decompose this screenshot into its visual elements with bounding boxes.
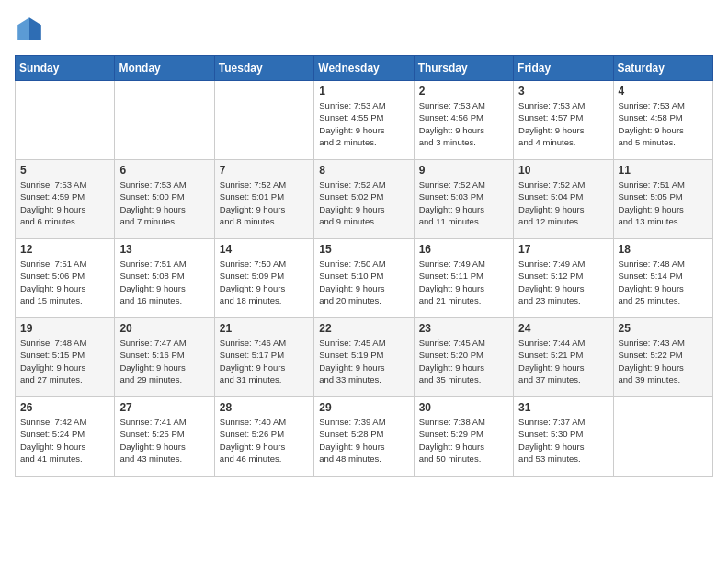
day-number: 3 <box>518 85 608 98</box>
day-number: 14 <box>220 243 309 256</box>
calendar-cell: 21Sunrise: 7:46 AM Sunset: 5:17 PM Dayli… <box>214 318 313 397</box>
day-number: 10 <box>518 164 608 177</box>
calendar-week-row: 12Sunrise: 7:51 AM Sunset: 5:06 PM Dayli… <box>16 239 713 318</box>
day-info: Sunrise: 7:45 AM Sunset: 5:19 PM Dayligh… <box>319 337 408 385</box>
weekday-header: Monday <box>115 56 214 81</box>
day-info: Sunrise: 7:49 AM Sunset: 5:11 PM Dayligh… <box>419 258 508 306</box>
calendar-cell: 7Sunrise: 7:52 AM Sunset: 5:01 PM Daylig… <box>214 160 313 239</box>
day-number: 28 <box>220 401 309 414</box>
day-number: 31 <box>518 401 608 414</box>
day-info: Sunrise: 7:53 AM Sunset: 5:00 PM Dayligh… <box>119 178 209 227</box>
day-number: 23 <box>419 322 508 335</box>
calendar-cell: 3Sunrise: 7:53 AM Sunset: 4:57 PM Daylig… <box>514 81 613 160</box>
day-number: 26 <box>20 401 109 414</box>
calendar-cell: 20Sunrise: 7:47 AM Sunset: 5:16 PM Dayli… <box>115 318 214 397</box>
day-info: Sunrise: 7:53 AM Sunset: 4:57 PM Dayligh… <box>518 99 608 148</box>
calendar-cell: 29Sunrise: 7:39 AM Sunset: 5:28 PM Dayli… <box>314 397 414 477</box>
day-info: Sunrise: 7:51 AM Sunset: 5:06 PM Dayligh… <box>20 258 109 306</box>
day-info: Sunrise: 7:42 AM Sunset: 5:24 PM Dayligh… <box>20 416 109 465</box>
calendar-cell: 1Sunrise: 7:53 AM Sunset: 4:55 PM Daylig… <box>314 81 414 160</box>
day-number: 7 <box>220 164 309 177</box>
weekday-header-row: SundayMondayTuesdayWednesdayThursdayFrid… <box>16 56 713 81</box>
day-number: 12 <box>20 243 109 256</box>
calendar-cell: 2Sunrise: 7:53 AM Sunset: 4:56 PM Daylig… <box>414 81 513 160</box>
day-info: Sunrise: 7:43 AM Sunset: 5:22 PM Dayligh… <box>619 337 708 385</box>
day-info: Sunrise: 7:48 AM Sunset: 5:14 PM Dayligh… <box>619 258 708 306</box>
calendar-week-row: 1Sunrise: 7:53 AM Sunset: 4:55 PM Daylig… <box>16 81 713 160</box>
weekday-header: Tuesday <box>214 56 313 81</box>
day-info: Sunrise: 7:41 AM Sunset: 5:25 PM Dayligh… <box>119 416 209 465</box>
day-info: Sunrise: 7:38 AM Sunset: 5:29 PM Dayligh… <box>419 416 508 465</box>
weekday-header: Saturday <box>613 56 712 81</box>
calendar-cell: 24Sunrise: 7:44 AM Sunset: 5:21 PM Dayli… <box>514 318 613 397</box>
day-info: Sunrise: 7:47 AM Sunset: 5:16 PM Dayligh… <box>119 337 209 385</box>
calendar-cell: 11Sunrise: 7:51 AM Sunset: 5:05 PM Dayli… <box>613 160 712 239</box>
day-number: 19 <box>20 322 109 335</box>
weekday-header: Sunday <box>16 56 115 81</box>
day-info: Sunrise: 7:52 AM Sunset: 5:04 PM Dayligh… <box>518 178 608 227</box>
day-number: 16 <box>419 243 508 256</box>
calendar-week-row: 26Sunrise: 7:42 AM Sunset: 5:24 PM Dayli… <box>16 397 713 477</box>
calendar-cell: 27Sunrise: 7:41 AM Sunset: 5:25 PM Dayli… <box>115 397 214 477</box>
calendar-cell: 22Sunrise: 7:45 AM Sunset: 5:19 PM Dayli… <box>314 318 414 397</box>
calendar-cell: 10Sunrise: 7:52 AM Sunset: 5:04 PM Dayli… <box>514 160 613 239</box>
calendar-body: 1Sunrise: 7:53 AM Sunset: 4:55 PM Daylig… <box>16 81 713 477</box>
day-number: 21 <box>220 322 309 335</box>
calendar-cell: 8Sunrise: 7:52 AM Sunset: 5:02 PM Daylig… <box>314 160 414 239</box>
day-number: 29 <box>319 401 408 414</box>
calendar-cell: 19Sunrise: 7:48 AM Sunset: 5:15 PM Dayli… <box>16 318 115 397</box>
calendar-cell: 25Sunrise: 7:43 AM Sunset: 5:22 PM Dayli… <box>613 318 712 397</box>
day-info: Sunrise: 7:37 AM Sunset: 5:30 PM Dayligh… <box>518 416 608 465</box>
day-number: 2 <box>419 85 508 98</box>
day-number: 30 <box>419 401 508 414</box>
day-number: 6 <box>119 164 209 177</box>
calendar-cell: 30Sunrise: 7:38 AM Sunset: 5:29 PM Dayli… <box>414 397 513 477</box>
day-number: 1 <box>319 85 408 98</box>
svg-marker-0 <box>29 17 41 40</box>
day-number: 24 <box>518 322 608 335</box>
logo-icon <box>15 15 44 44</box>
day-info: Sunrise: 7:50 AM Sunset: 5:10 PM Dayligh… <box>319 258 408 306</box>
day-number: 11 <box>619 164 708 177</box>
calendar-week-row: 19Sunrise: 7:48 AM Sunset: 5:15 PM Dayli… <box>16 318 713 397</box>
day-info: Sunrise: 7:52 AM Sunset: 5:02 PM Dayligh… <box>319 178 408 227</box>
day-info: Sunrise: 7:53 AM Sunset: 4:58 PM Dayligh… <box>619 99 708 148</box>
calendar-cell: 12Sunrise: 7:51 AM Sunset: 5:06 PM Dayli… <box>16 239 115 318</box>
calendar-header: SundayMondayTuesdayWednesdayThursdayFrid… <box>16 56 713 81</box>
calendar-cell: 9Sunrise: 7:52 AM Sunset: 5:03 PM Daylig… <box>414 160 513 239</box>
calendar-cell: 28Sunrise: 7:40 AM Sunset: 5:26 PM Dayli… <box>214 397 313 477</box>
calendar-week-row: 5Sunrise: 7:53 AM Sunset: 4:59 PM Daylig… <box>16 160 713 239</box>
calendar-cell: 23Sunrise: 7:45 AM Sunset: 5:20 PM Dayli… <box>414 318 513 397</box>
day-number: 27 <box>119 401 209 414</box>
weekday-header: Thursday <box>414 56 513 81</box>
calendar-cell: 13Sunrise: 7:51 AM Sunset: 5:08 PM Dayli… <box>115 239 214 318</box>
day-info: Sunrise: 7:53 AM Sunset: 4:56 PM Dayligh… <box>419 99 508 148</box>
calendar-cell: 6Sunrise: 7:53 AM Sunset: 5:00 PM Daylig… <box>115 160 214 239</box>
calendar-cell: 26Sunrise: 7:42 AM Sunset: 5:24 PM Dayli… <box>16 397 115 477</box>
calendar-cell <box>613 397 712 477</box>
calendar-cell <box>214 81 313 160</box>
calendar-cell: 14Sunrise: 7:50 AM Sunset: 5:09 PM Dayli… <box>214 239 313 318</box>
day-number: 22 <box>319 322 408 335</box>
day-info: Sunrise: 7:50 AM Sunset: 5:09 PM Dayligh… <box>220 258 309 306</box>
calendar: SundayMondayTuesdayWednesdayThursdayFrid… <box>15 55 713 477</box>
day-number: 4 <box>619 85 708 98</box>
day-info: Sunrise: 7:51 AM Sunset: 5:08 PM Dayligh… <box>119 258 209 306</box>
calendar-cell: 31Sunrise: 7:37 AM Sunset: 5:30 PM Dayli… <box>514 397 613 477</box>
day-info: Sunrise: 7:49 AM Sunset: 5:12 PM Dayligh… <box>518 258 608 306</box>
calendar-cell: 16Sunrise: 7:49 AM Sunset: 5:11 PM Dayli… <box>414 239 513 318</box>
day-info: Sunrise: 7:46 AM Sunset: 5:17 PM Dayligh… <box>220 337 309 385</box>
day-info: Sunrise: 7:51 AM Sunset: 5:05 PM Dayligh… <box>619 178 708 227</box>
weekday-header: Friday <box>514 56 613 81</box>
day-info: Sunrise: 7:53 AM Sunset: 4:59 PM Dayligh… <box>20 178 109 227</box>
day-info: Sunrise: 7:44 AM Sunset: 5:21 PM Dayligh… <box>518 337 608 385</box>
day-number: 20 <box>119 322 209 335</box>
day-info: Sunrise: 7:40 AM Sunset: 5:26 PM Dayligh… <box>220 416 309 465</box>
calendar-cell: 15Sunrise: 7:50 AM Sunset: 5:10 PM Dayli… <box>314 239 414 318</box>
calendar-cell <box>115 81 214 160</box>
day-info: Sunrise: 7:52 AM Sunset: 5:03 PM Dayligh… <box>419 178 508 227</box>
calendar-cell: 5Sunrise: 7:53 AM Sunset: 4:59 PM Daylig… <box>16 160 115 239</box>
day-number: 25 <box>619 322 708 335</box>
day-number: 5 <box>20 164 109 177</box>
weekday-header: Wednesday <box>314 56 414 81</box>
